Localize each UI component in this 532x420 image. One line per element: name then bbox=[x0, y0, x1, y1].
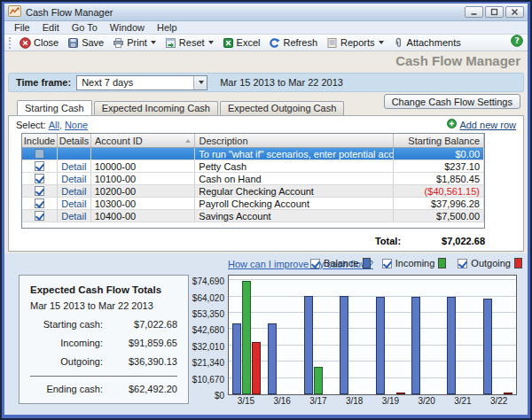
tab-expected-incoming-cash[interactable]: Expected Incoming Cash bbox=[94, 101, 218, 115]
y-tick-label: $64,020 bbox=[192, 292, 224, 302]
tab-starting-cash[interactable]: Starting Cash bbox=[17, 100, 92, 115]
include-checkbox[interactable] bbox=[35, 186, 44, 196]
chevron-down-icon[interactable] bbox=[379, 41, 384, 44]
legend-item-outgoing: Outgoing bbox=[458, 258, 522, 268]
table-row[interactable]: To run "what if" scenarios, enter potent… bbox=[22, 148, 484, 160]
chart-legend: BalanceIncomingOutgoing bbox=[310, 258, 522, 268]
bar-balance-3-15 bbox=[232, 323, 241, 394]
attachments-icon bbox=[393, 37, 404, 49]
description-cell: Petty Cash bbox=[195, 160, 394, 172]
include-checkbox[interactable] bbox=[35, 149, 44, 159]
balance-cell: $0.00 bbox=[394, 148, 484, 159]
description-cell: To run "what if" scenarios, enter potent… bbox=[195, 148, 394, 159]
include-cell bbox=[22, 210, 58, 222]
select-none-link[interactable]: None bbox=[65, 120, 88, 130]
include-cell bbox=[22, 173, 58, 184]
detail-link[interactable]: Detail bbox=[61, 174, 86, 184]
table-row[interactable]: Detail10200-00Regular Checking Account($… bbox=[22, 185, 484, 198]
toolbar-save-button[interactable]: Save bbox=[63, 35, 108, 51]
table-row[interactable]: Detail10300-00Payroll Checking Account$3… bbox=[22, 198, 484, 210]
detail-link[interactable]: Detail bbox=[61, 198, 86, 209]
table-row[interactable]: Detail10100-00Cash on Hand$1,850.45 bbox=[22, 173, 484, 185]
y-tick-label: $21,340 bbox=[192, 358, 224, 368]
add-new-row-link[interactable]: Add new row bbox=[459, 120, 516, 130]
toolbar-print-button[interactable]: Print bbox=[108, 35, 160, 51]
window-title: Cash Flow Manager bbox=[26, 7, 460, 18]
legend-checkbox-incoming[interactable] bbox=[382, 259, 392, 268]
column-header-include[interactable]: Include bbox=[22, 134, 58, 147]
legend-label: Balance bbox=[324, 258, 359, 268]
totals-row-value: $36,390.13 bbox=[103, 356, 177, 367]
menu-item-edit[interactable]: Edit bbox=[36, 22, 66, 33]
toolbar-attachments-button[interactable]: Attachments bbox=[388, 35, 466, 51]
bar-group-3-15 bbox=[229, 276, 265, 394]
legend-checkbox-outgoing[interactable] bbox=[458, 259, 467, 268]
tab-expected-outgoing-cash[interactable]: Expected Outgoing Cash bbox=[220, 101, 344, 115]
include-checkbox[interactable] bbox=[35, 174, 44, 183]
window-body: Cash Flow Manager FileEditGo ToWindowHel… bbox=[4, 4, 528, 415]
empty-row[interactable] bbox=[22, 222, 484, 228]
timeframe-select[interactable]: Next 7 days bbox=[76, 75, 207, 90]
toolbar-refresh-button[interactable]: Refresh bbox=[264, 35, 322, 51]
select-all-link[interactable]: All, bbox=[49, 120, 62, 130]
totals-row-value: $7,022.68 bbox=[103, 319, 177, 330]
bar-group-3-22 bbox=[481, 276, 517, 394]
balance-cell: $1,850.45 bbox=[394, 173, 484, 184]
menu-item-file[interactable]: File bbox=[8, 22, 36, 33]
bar-groups bbox=[229, 276, 516, 394]
totals-row: Outgoing:$36,390.13 bbox=[30, 356, 177, 367]
include-cell bbox=[22, 185, 58, 197]
totals-row: Starting cash:$7,022.68 bbox=[30, 319, 177, 330]
title-bar[interactable]: Cash Flow Manager bbox=[4, 4, 528, 21]
chart-x-axis: 3/153/163/173/183/193/203/213/22 bbox=[228, 396, 517, 408]
menu-item-help[interactable]: Help bbox=[151, 22, 184, 33]
chevron-down-icon[interactable] bbox=[208, 41, 214, 44]
print-icon bbox=[113, 37, 124, 49]
maximize-icon[interactable] bbox=[485, 6, 504, 18]
include-checkbox[interactable] bbox=[35, 198, 44, 208]
details-cell: Detail bbox=[58, 185, 91, 197]
detail-link[interactable]: Detail bbox=[61, 186, 86, 197]
menu-item-go-to[interactable]: Go To bbox=[66, 22, 104, 33]
include-checkbox[interactable] bbox=[35, 161, 44, 171]
minimize-icon[interactable] bbox=[465, 6, 483, 18]
bar-balance-3-19 bbox=[376, 297, 385, 394]
column-header-account-id[interactable]: Account ID bbox=[91, 134, 195, 147]
detail-link[interactable]: Detail bbox=[61, 161, 86, 172]
column-header-starting-balance[interactable]: Starting Balance bbox=[394, 134, 484, 147]
screenshot-root: Cash Flow Manager FileEditGo ToWindowHel… bbox=[0, 0, 532, 420]
help-icon[interactable]: ? bbox=[511, 35, 523, 51]
column-header-details[interactable]: Details bbox=[58, 134, 91, 147]
toolbar-excel-button[interactable]: Excel bbox=[218, 35, 265, 51]
totals-row: Incoming:$91,859.65 bbox=[30, 338, 177, 348]
table-row[interactable]: Detail10400-00Savings Account$7,500.00 bbox=[22, 210, 484, 222]
chevron-down-icon[interactable] bbox=[151, 41, 156, 44]
y-tick-label: $10,670 bbox=[192, 374, 224, 384]
reset-icon bbox=[165, 37, 176, 49]
toolbar-grip[interactable] bbox=[9, 37, 12, 49]
legend-swatch-outgoing bbox=[514, 258, 522, 268]
legend-item-incoming: Incoming bbox=[382, 258, 447, 268]
toolbar-close-button[interactable]: Close bbox=[15, 35, 63, 51]
x-tick-label: 3/21 bbox=[445, 396, 481, 408]
timeframe-value: Next 7 days bbox=[82, 77, 133, 88]
column-header-description[interactable]: Description bbox=[195, 134, 394, 147]
legend-checkbox-balance[interactable] bbox=[310, 259, 320, 268]
y-tick-label: $74,690 bbox=[192, 276, 224, 286]
include-checkbox[interactable] bbox=[35, 211, 44, 221]
chevron-down-icon[interactable] bbox=[193, 76, 207, 89]
toolbar-reset-button[interactable]: Reset bbox=[160, 35, 218, 51]
description-cell: Regular Checking Account bbox=[195, 185, 394, 197]
detail-link[interactable]: Detail bbox=[61, 211, 86, 222]
bar-balance-3-21 bbox=[447, 297, 456, 394]
bar-balance-3-20 bbox=[411, 297, 420, 394]
toolbar-reports-button[interactable]: Reports bbox=[322, 35, 388, 51]
svg-text:?: ? bbox=[514, 36, 519, 45]
close-window-icon[interactable] bbox=[505, 6, 524, 18]
table-row[interactable]: Detail10000-00Petty Cash$237.10 bbox=[22, 160, 484, 173]
change-cash-flow-settings-button[interactable]: Change Cash Flow Settings bbox=[384, 94, 520, 109]
app-window: Cash Flow Manager FileEditGo ToWindowHel… bbox=[2, 2, 530, 418]
menu-item-window[interactable]: Window bbox=[104, 22, 151, 33]
select-row: Select: All, None Add new row bbox=[16, 118, 516, 131]
x-tick-label: 3/15 bbox=[228, 396, 264, 408]
